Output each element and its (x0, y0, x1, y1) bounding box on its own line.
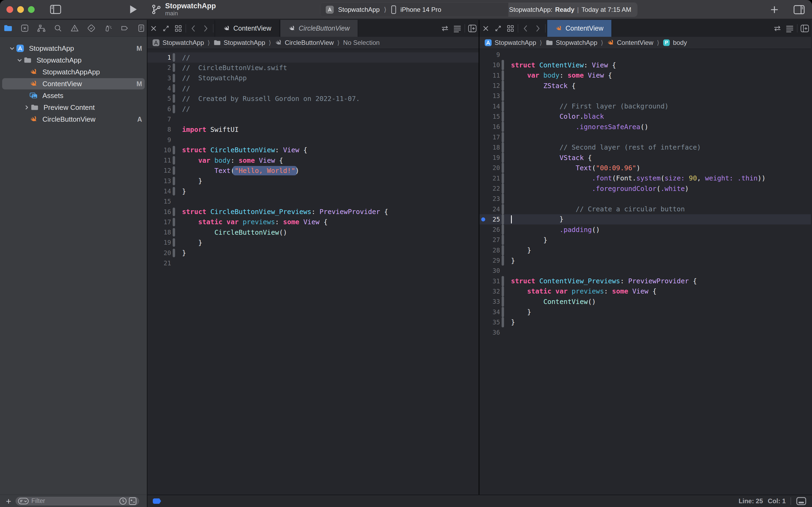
code-text: .font(Font.system(size: 90, weight: .thi… (511, 174, 765, 182)
related-items-grid-icon[interactable] (172, 20, 184, 37)
tab-CircleButtonView[interactable]: CircleButtonView (280, 20, 358, 37)
breadcrumb-separator: ⟩ (269, 39, 271, 47)
change-bar (173, 177, 175, 185)
line-number: 11 (148, 157, 171, 164)
status-line: Line: 25 (739, 497, 763, 505)
breakpoint-dot-icon[interactable] (481, 217, 485, 221)
sidebar-item-stopwatchappapp[interactable]: StopwatchAppApp (0, 66, 147, 78)
expand-editor-icon[interactable] (160, 20, 172, 37)
reports-icon[interactable] (136, 23, 146, 33)
change-bar (173, 125, 175, 134)
chevron-down-icon[interactable] (15, 57, 23, 63)
project-navigator-icon[interactable] (3, 23, 13, 33)
line-number: 27 (479, 236, 500, 243)
forward-chevron-icon[interactable] (532, 20, 544, 37)
play-icon[interactable] (129, 4, 138, 14)
breadcrumb-item[interactable]: No Selection (343, 39, 380, 47)
filter-field[interactable] (15, 497, 139, 505)
adjust-editor-options-icon[interactable] (784, 20, 796, 37)
sidebar-item-contentview[interactable]: ContentViewM (0, 78, 147, 90)
code-text: ContentView() (511, 298, 596, 305)
code-line-16: 16 .ignoresSafeArea() (479, 122, 811, 132)
zoom-window-button[interactable] (28, 6, 35, 13)
find-icon[interactable] (53, 23, 63, 33)
sidebar-item-preview-content[interactable]: Preview Content (0, 102, 147, 113)
file-label: CircleButtonView (43, 115, 96, 123)
forward-chevron-icon[interactable] (199, 20, 212, 37)
chevron-down-icon[interactable] (8, 45, 16, 52)
code-line-19: 19 VStack { (479, 153, 811, 163)
source-control-icon[interactable] (20, 23, 30, 33)
tab-ContentView[interactable]: ContentView (547, 20, 612, 37)
filter-input[interactable] (32, 497, 119, 505)
status-separator: | (577, 6, 579, 13)
tests-icon[interactable] (86, 23, 96, 33)
activity-view[interactable]: StopwatchApp: Ready | Today at 7:15 AM (508, 3, 637, 17)
line-number: 24 (479, 206, 500, 213)
change-bar (502, 183, 504, 193)
display-icon[interactable] (796, 497, 807, 506)
left-code-editor[interactable]: 1//2// CircleButtonView.swift3// Stopwat… (148, 50, 478, 495)
breadcrumb-item[interactable]: Pbody (663, 39, 687, 47)
code-text: var body: some View { (182, 157, 283, 164)
code-text: static var previews: some View { (182, 218, 328, 226)
tab-label: CircleButtonView (299, 24, 350, 32)
add-editor-icon[interactable] (466, 20, 478, 37)
tab-ContentView[interactable]: ContentView (215, 20, 280, 37)
breadcrumb-item[interactable]: StopwatchApp (545, 39, 597, 47)
code-text: VStack { (511, 154, 592, 162)
minimize-window-button[interactable] (17, 6, 24, 13)
change-bar (502, 51, 504, 59)
line-number: 19 (148, 239, 171, 246)
close-window-button[interactable] (6, 6, 13, 13)
breadcrumb-item[interactable]: StopwatchApp (484, 39, 536, 47)
sidebar-item-circlebuttonview[interactable]: CircleButtonViewA (0, 113, 147, 125)
code-text: } (182, 177, 202, 185)
scope-plus-minus-icon[interactable] (129, 497, 137, 505)
code-text: // (182, 84, 190, 92)
related-items-grid-icon[interactable] (504, 20, 517, 37)
branch-icon (151, 3, 161, 15)
change-bar (502, 193, 504, 204)
source-control-status-badge: M (136, 80, 142, 88)
sidebar-toggle-icon[interactable] (50, 5, 61, 14)
code-review-icon[interactable] (771, 20, 784, 37)
close-editor-icon[interactable] (479, 20, 492, 37)
code-text: struct ContentView: View { (511, 61, 616, 69)
status-col: Col: 1 (768, 497, 786, 505)
breakpoints-icon[interactable] (120, 23, 129, 33)
back-chevron-icon[interactable] (187, 20, 199, 37)
sidebar-item-stopwatchapp[interactable]: StopwatchAppM (0, 43, 147, 54)
symbols-icon[interactable] (37, 23, 46, 33)
code-line-12: 12 Text("Hello, World!") (148, 165, 478, 176)
source-control-summary[interactable]: StopwatchApp main (151, 2, 216, 17)
add-editor-icon[interactable] (799, 20, 811, 37)
code-line-23: 23 (479, 193, 811, 204)
new-tab-plus-icon[interactable] (769, 5, 779, 14)
line-number: 9 (148, 136, 171, 144)
recents-clock-icon[interactable] (119, 497, 127, 505)
issues-icon[interactable] (70, 23, 79, 33)
code-line-11: 11 var body: some View { (479, 70, 811, 80)
back-chevron-icon[interactable] (519, 20, 532, 37)
adjust-editor-options-icon[interactable] (451, 20, 463, 37)
code-review-icon[interactable] (439, 20, 451, 37)
scheme-selector[interactable]: StopwatchApp ⟩ iPhone 14 Pro (321, 3, 508, 17)
close-editor-icon[interactable] (148, 20, 160, 37)
code-line-7: 7 (148, 114, 478, 124)
sidebar-item-stopwatchapp[interactable]: StopwatchApp (0, 54, 147, 66)
expand-editor-icon[interactable] (492, 20, 504, 37)
breadcrumb-item[interactable]: StopwatchApp (214, 39, 265, 47)
breadcrumb-item[interactable]: ContentView (607, 39, 653, 47)
add-icon[interactable]: + (6, 497, 11, 505)
breadcrumb-item[interactable]: CircleButtonView (275, 39, 334, 47)
debug-icon[interactable] (103, 23, 113, 33)
file-label: Assets (43, 92, 63, 100)
editor-mode-indicator-icon[interactable] (153, 498, 161, 504)
inspector-toggle-icon[interactable] (793, 5, 805, 14)
sidebar-item-assets[interactable]: Assets (0, 90, 147, 102)
right-code-editor[interactable]: 910struct ContentView: View {11 var body… (479, 50, 811, 495)
breadcrumb-item[interactable]: StopwatchApp (152, 39, 204, 47)
chevron-right-icon[interactable] (22, 104, 31, 111)
line-number: 21 (148, 260, 171, 267)
